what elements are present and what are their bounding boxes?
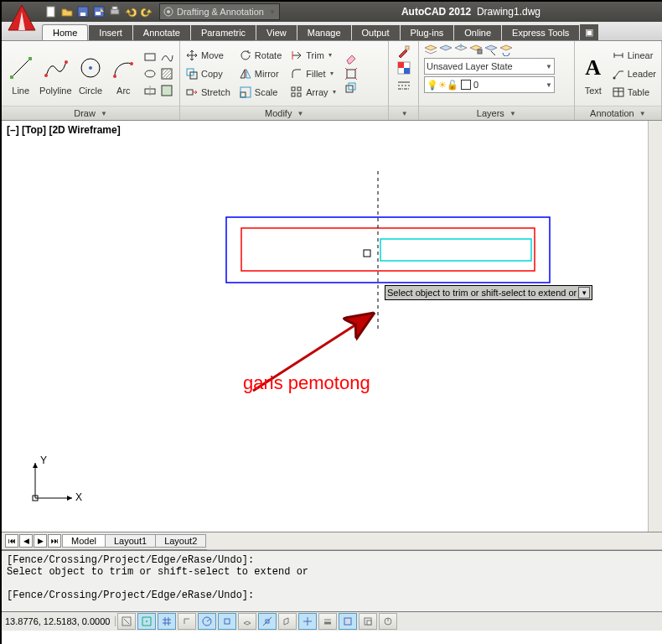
- spline-icon[interactable]: [159, 49, 174, 65]
- lwt-button[interactable]: [318, 613, 337, 630]
- saveas-icon[interactable]: [91, 4, 106, 19]
- layer-properties-icon[interactable]: [424, 43, 437, 56]
- ribbon-tabs: Home Insert Annotate Parametric View Man…: [2, 22, 662, 41]
- tab-nav-next-icon[interactable]: ▶: [34, 534, 47, 548]
- snap-button[interactable]: [137, 613, 156, 630]
- ducs-button[interactable]: [278, 613, 297, 630]
- ucs-icon: Y X: [27, 456, 77, 506]
- tab-output[interactable]: Output: [352, 25, 400, 40]
- 3dosnap-button[interactable]: [238, 613, 256, 630]
- array-icon: [290, 86, 303, 99]
- command-window[interactable]: [Fence/Crossing/Project/Edge/eRase/Undo]…: [2, 550, 662, 612]
- svg-line-62: [263, 617, 272, 626]
- panel-properties-title[interactable]: ▼: [389, 106, 418, 120]
- app-logo-icon[interactable]: [5, 3, 39, 34]
- tab-nav-prev-icon[interactable]: ◀: [19, 534, 33, 548]
- drawing-area[interactable]: [–] [Top] [2D Wireframe] Select object t…: [2, 121, 662, 532]
- otrack-button[interactable]: [258, 613, 277, 630]
- stretch-button[interactable]: Stretch: [185, 84, 230, 101]
- region-icon[interactable]: [159, 83, 174, 98]
- tab-nav-last-icon[interactable]: ⏭: [48, 534, 61, 548]
- layout-tab-2[interactable]: Layout2: [155, 534, 206, 548]
- polar-button[interactable]: [198, 613, 216, 630]
- polyline-button[interactable]: Polyline: [39, 52, 71, 96]
- explode-icon[interactable]: [344, 67, 358, 80]
- layer-prev-icon[interactable]: [499, 43, 513, 56]
- mirror-button[interactable]: Mirror: [239, 65, 282, 82]
- hatch-icon[interactable]: [159, 66, 174, 81]
- table-button[interactable]: Table: [612, 84, 656, 101]
- tab-nav-first-icon[interactable]: ⏮: [5, 534, 18, 548]
- panel-layers: Unsaved Layer State▼ 💡 ☀ 🔓 0 ▼ Layers▼: [419, 41, 575, 120]
- bylayer-color-icon[interactable]: [397, 61, 411, 75]
- vertical-scrollbar[interactable]: [648, 121, 662, 532]
- tab-plugins[interactable]: Plug-ins: [401, 25, 454, 40]
- linear-dim-button[interactable]: Linear: [612, 47, 656, 64]
- qp-button[interactable]: [359, 613, 377, 630]
- tab-express[interactable]: Express Tools: [502, 25, 579, 40]
- coordinate-readout[interactable]: 13.8776, 12.5183, 0.0000: [5, 616, 116, 626]
- text-button[interactable]: A Text: [580, 52, 607, 96]
- print-icon[interactable]: [107, 4, 122, 19]
- tab-home[interactable]: Home: [42, 24, 88, 40]
- move-button[interactable]: Move: [185, 47, 230, 64]
- ortho-button[interactable]: [178, 613, 196, 630]
- rectangle-icon[interactable]: [142, 49, 158, 65]
- layout-tab-1[interactable]: Layout1: [105, 534, 156, 548]
- offset-icon[interactable]: [344, 82, 358, 96]
- layer-match-icon[interactable]: [484, 43, 498, 56]
- workspace-selector[interactable]: Drafting & Annotation ▼: [159, 3, 280, 20]
- current-layer-selector[interactable]: 💡 ☀ 🔓 0 ▼: [424, 76, 555, 93]
- layer-state-selector[interactable]: Unsaved Layer State▼: [424, 58, 555, 75]
- leader-button[interactable]: Leader: [612, 65, 656, 82]
- save-icon[interactable]: [75, 4, 91, 19]
- panel-modify-title[interactable]: Modify▼: [180, 106, 388, 120]
- layer-off-icon[interactable]: [439, 43, 453, 56]
- arc-button[interactable]: Arc: [110, 52, 137, 96]
- infer-constraints-button[interactable]: [117, 613, 136, 630]
- properties-brush-icon[interactable]: [397, 44, 411, 58]
- fillet-button[interactable]: Fillet▾: [290, 65, 335, 82]
- dyn-button[interactable]: [298, 613, 317, 630]
- sc-button[interactable]: [379, 613, 397, 630]
- osnap-button[interactable]: [218, 613, 236, 630]
- erase-icon[interactable]: [344, 52, 358, 65]
- tab-annotate[interactable]: Annotate: [133, 25, 190, 40]
- linetype-icon[interactable]: [397, 78, 411, 91]
- svg-rect-10: [10, 75, 13, 79]
- panel-layers-title[interactable]: Layers▼: [419, 106, 574, 120]
- text-label: Text: [585, 86, 602, 96]
- tpy-button[interactable]: [339, 613, 357, 630]
- panel-draw-title[interactable]: Draw▼: [2, 106, 179, 120]
- svg-rect-36: [346, 86, 353, 92]
- tab-extra-icon[interactable]: ▣: [580, 24, 598, 40]
- circle-button[interactable]: Circle: [76, 52, 104, 96]
- tab-insert[interactable]: Insert: [89, 25, 132, 40]
- trim-button[interactable]: Trim▾: [290, 47, 335, 64]
- point-icon[interactable]: [142, 83, 158, 98]
- tab-parametric[interactable]: Parametric: [191, 25, 256, 40]
- tooltip-dropdown-icon[interactable]: ▼: [578, 287, 590, 299]
- array-button[interactable]: Array▾: [290, 84, 335, 101]
- circle-label: Circle: [79, 86, 102, 96]
- line-button[interactable]: Line: [7, 52, 34, 96]
- tab-view[interactable]: View: [256, 25, 297, 40]
- undo-icon[interactable]: [123, 4, 138, 19]
- scale-button[interactable]: Scale: [239, 84, 282, 101]
- tab-online[interactable]: Online: [454, 25, 501, 40]
- layer-lock-icon[interactable]: [469, 43, 483, 56]
- tab-manage[interactable]: Manage: [297, 25, 351, 40]
- rotate-button[interactable]: Rotate: [239, 47, 282, 64]
- svg-rect-40: [398, 62, 404, 68]
- horizontal-scrollbar[interactable]: [207, 532, 662, 550]
- layout-tab-model[interactable]: Model: [62, 534, 106, 548]
- layer-freeze-icon[interactable]: [454, 43, 468, 56]
- open-icon[interactable]: [59, 4, 75, 19]
- ellipse-icon[interactable]: [142, 66, 158, 81]
- grid-button[interactable]: [158, 613, 176, 630]
- panel-annotation-title[interactable]: Annotation▼: [575, 106, 661, 120]
- lock-open-icon: 🔓: [447, 80, 458, 91]
- redo-icon[interactable]: [139, 4, 154, 19]
- new-icon[interactable]: [44, 4, 59, 19]
- copy-button[interactable]: Copy: [185, 65, 230, 82]
